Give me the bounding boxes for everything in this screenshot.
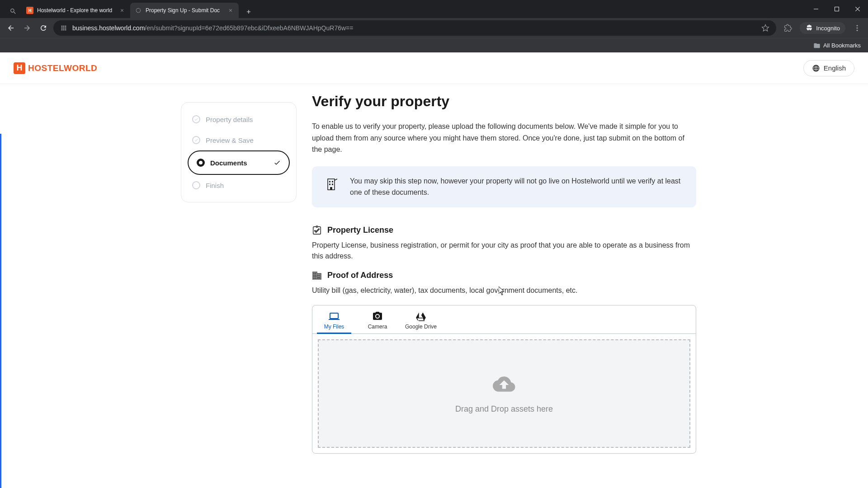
nav-forward-button[interactable] — [21, 22, 33, 34]
extensions-icon[interactable] — [783, 23, 793, 33]
window-controls — [806, 0, 868, 18]
tab-close-button[interactable] — [227, 7, 234, 14]
svg-rect-8 — [332, 181, 333, 182]
svg-rect-7 — [329, 181, 330, 182]
step-finish[interactable]: Finish — [188, 175, 290, 196]
upload-dropzone[interactable]: Drag and Drop assets here — [318, 339, 690, 448]
language-button[interactable]: English — [803, 60, 854, 76]
step-label: Preview & Save — [206, 136, 254, 144]
laptop-icon — [329, 311, 340, 322]
upload-tab-google-drive[interactable]: Google Drive — [399, 305, 443, 333]
upload-tab-label: Camera — [368, 324, 387, 330]
hostelworld-logo[interactable]: H HOSTELWORLD — [14, 62, 97, 74]
step-label: Documents — [210, 159, 247, 167]
upload-widget: My Files Camera Google Drive Drag and Dr… — [312, 305, 696, 454]
incognito-icon — [805, 24, 813, 32]
upload-tabs: My Files Camera Google Drive — [312, 305, 696, 334]
logo-icon: H — [14, 62, 25, 74]
building-icon — [312, 271, 322, 281]
all-bookmarks-label: All Bookmarks — [823, 42, 861, 49]
section-header-address: Proof of Address — [312, 271, 696, 281]
browser-tab-0[interactable]: H Hostelworld - Explore the world — [22, 3, 130, 18]
folder-icon — [813, 42, 821, 49]
step-pending-icon — [192, 181, 200, 189]
address-bar[interactable]: business.hostelworld.com/en/submit?signu… — [53, 20, 776, 36]
cloud-upload-icon — [491, 373, 518, 397]
step-preview-save[interactable]: Preview & Save — [188, 130, 290, 150]
window-maximize-button[interactable] — [826, 0, 847, 18]
bookmarks-bar: All Bookmarks — [0, 38, 868, 52]
tab-title: Property Sign Up - Submit Doc — [146, 7, 224, 14]
main-content: Verify your property To enable us to ver… — [312, 84, 696, 454]
section-title: Proof of Address — [327, 271, 393, 280]
svg-rect-2 — [835, 7, 839, 11]
new-tab-button[interactable] — [242, 5, 255, 18]
svg-point-5 — [857, 30, 858, 31]
section-title: Property License — [327, 225, 393, 235]
address-bar-row: business.hostelworld.com/en/submit?signu… — [0, 18, 868, 38]
info-text: You may skip this step now, however your… — [350, 175, 685, 198]
svg-point-0 — [136, 8, 140, 12]
incognito-label: Incognito — [816, 25, 840, 32]
globe-icon — [812, 64, 820, 72]
section-desc: Utility bill (gas, electricity, water), … — [312, 285, 696, 296]
section-header-license: Property License — [312, 225, 696, 235]
page-header: H HOSTELWORLD English — [0, 52, 868, 84]
step-completed-icon — [192, 115, 200, 123]
svg-rect-9 — [329, 183, 330, 185]
tab-close-button[interactable] — [118, 7, 126, 14]
url-text: business.hostelworld.com/en/submit?signu… — [72, 24, 756, 32]
browser-menu-button[interactable] — [851, 22, 863, 34]
incognito-badge[interactable]: Incognito — [800, 22, 845, 34]
page-viewport: H HOSTELWORLD English Property details P… — [0, 52, 868, 488]
all-bookmarks-button[interactable]: All Bookmarks — [813, 42, 861, 49]
info-box: You may skip this step now, however your… — [312, 166, 696, 207]
google-drive-icon — [415, 311, 426, 322]
camera-icon — [372, 311, 383, 322]
stepper-card: Property details Preview & Save Document… — [181, 102, 297, 202]
site-info-icon[interactable] — [60, 24, 68, 32]
intro-text: To enable us to verify your property, pl… — [312, 121, 696, 155]
step-documents[interactable]: Documents — [188, 150, 290, 175]
svg-point-3 — [857, 25, 858, 26]
step-property-details[interactable]: Property details — [188, 109, 290, 130]
nav-back-button[interactable] — [5, 22, 17, 34]
svg-rect-11 — [330, 187, 332, 190]
chevron-down-icon — [274, 159, 281, 166]
info-building-icon — [323, 175, 341, 193]
favicon-icon: H — [26, 7, 33, 14]
window-minimize-button[interactable] — [806, 0, 826, 18]
nav-reload-button[interactable] — [37, 22, 50, 34]
svg-point-4 — [857, 28, 858, 29]
svg-rect-1 — [814, 9, 818, 9]
page-title: Verify your property — [312, 93, 696, 110]
dropzone-text: Drag and Drop assets here — [455, 404, 553, 414]
clipboard-icon — [312, 225, 322, 235]
logo-text: HOSTELWORLD — [28, 63, 97, 73]
svg-rect-10 — [332, 183, 333, 185]
window-close-button[interactable] — [847, 0, 868, 18]
scroll-indicator — [0, 134, 1, 488]
step-label: Property details — [206, 116, 253, 123]
step-active-icon — [197, 159, 205, 167]
upload-tab-my-files[interactable]: My Files — [312, 305, 356, 333]
upload-tab-camera[interactable]: Camera — [356, 305, 399, 333]
tab-title: Hostelworld - Explore the world — [37, 7, 116, 14]
browser-tab-1[interactable]: Property Sign Up - Submit Doc — [130, 3, 239, 18]
step-label: Finish — [206, 182, 224, 189]
language-label: English — [824, 64, 846, 72]
step-completed-icon — [192, 136, 200, 144]
bookmark-star-icon[interactable] — [761, 23, 770, 33]
upload-tab-label: Google Drive — [405, 324, 437, 330]
upload-tab-label: My Files — [324, 324, 344, 330]
browser-tab-strip: H Hostelworld - Explore the world Proper… — [0, 0, 868, 18]
tab-search-button[interactable] — [6, 5, 20, 18]
favicon-icon — [135, 7, 142, 14]
section-desc: Property License, business registration,… — [312, 240, 696, 262]
